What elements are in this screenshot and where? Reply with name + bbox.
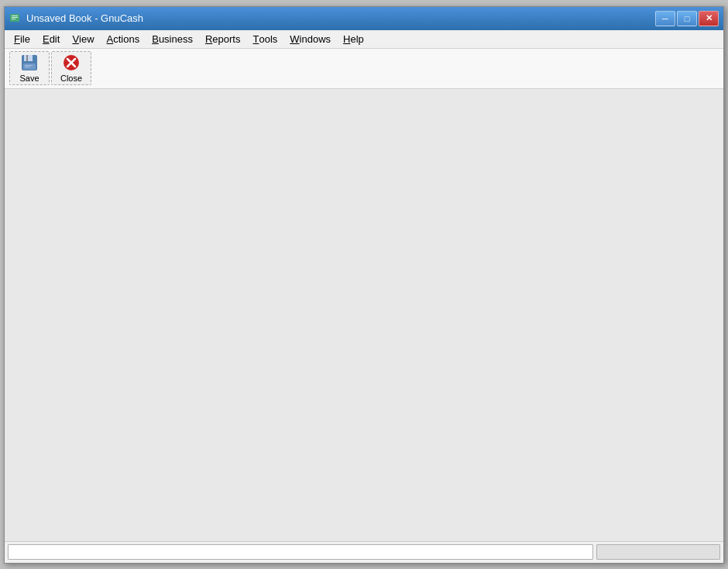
minimize-button[interactable]: ─: [655, 11, 675, 26]
menu-bar: File Edit View Actions Business Reports …: [5, 30, 723, 49]
status-progress: [596, 544, 720, 560]
title-bar: Unsaved Book - GnuCash ─ □ ✕: [5, 7, 723, 30]
restore-button[interactable]: □: [677, 11, 697, 26]
svg-rect-9: [25, 67, 30, 67]
window-title: Unsaved Book - GnuCash: [26, 12, 143, 24]
menu-windows[interactable]: Windows: [283, 30, 337, 47]
close-label: Close: [60, 74, 82, 83]
svg-rect-8: [25, 65, 33, 66]
save-button[interactable]: Save: [9, 51, 50, 85]
save-icon: [20, 53, 39, 72]
close-button[interactable]: Close: [51, 51, 91, 85]
menu-tools[interactable]: Tools: [246, 30, 283, 47]
save-label: Save: [19, 74, 39, 83]
status-bar: [5, 541, 723, 563]
title-bar-left: Unsaved Book - GnuCash: [9, 12, 143, 25]
status-text: [8, 544, 593, 560]
menu-reports[interactable]: Reports: [199, 30, 247, 47]
svg-rect-2: [12, 17, 18, 18]
svg-rect-3: [12, 19, 15, 19]
menu-actions[interactable]: Actions: [101, 30, 146, 47]
svg-rect-5: [24, 55, 33, 61]
app-icon: [9, 12, 22, 25]
main-window: Unsaved Book - GnuCash ─ □ ✕ File Edit V…: [4, 6, 724, 564]
menu-business[interactable]: Business: [146, 30, 199, 47]
menu-view[interactable]: View: [66, 30, 100, 47]
toolbar: Save Close: [5, 49, 723, 89]
main-content: [5, 89, 723, 541]
menu-help[interactable]: Help: [337, 30, 370, 47]
close-window-button[interactable]: ✕: [699, 11, 719, 26]
title-bar-buttons: ─ □ ✕: [655, 11, 719, 26]
svg-rect-6: [26, 55, 28, 61]
close-circle-icon: [62, 53, 81, 72]
svg-rect-1: [12, 15, 18, 16]
menu-edit[interactable]: Edit: [36, 30, 66, 47]
menu-file[interactable]: File: [8, 30, 36, 47]
